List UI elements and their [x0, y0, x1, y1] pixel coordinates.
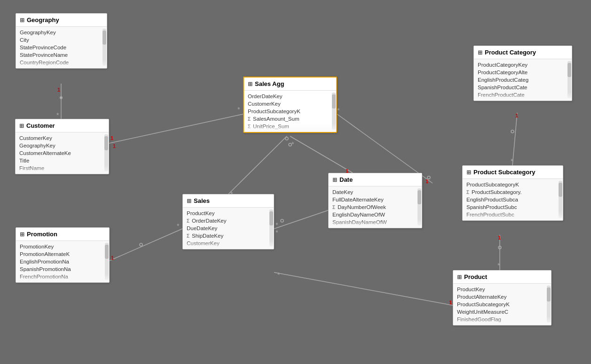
- field-name: PromotionAlternateK: [20, 251, 70, 257]
- field-row: WeightUnitMeasureC: [453, 308, 551, 316]
- scrollbar-thumb[interactable]: [567, 63, 571, 77]
- field-name: FullDateAlternateKey: [332, 197, 384, 202]
- field-name: SpanishPromotionNa: [20, 266, 71, 272]
- table-fade: [16, 165, 109, 174]
- field-row: CustomerAlternateKe: [16, 149, 109, 157]
- table-body-product: ProductKeyProductAlternateKeyProductSubc…: [453, 284, 551, 325]
- svg-line-4: [109, 114, 243, 143]
- field-row: EnglishDayNameOfW: [329, 211, 422, 218]
- table-fade: [16, 60, 107, 68]
- field-row: ProductSubcategoryK: [244, 108, 336, 115]
- table-card-customer[interactable]: ⊞CustomerCustomerKeyGeographyKeyCustomer…: [15, 119, 109, 174]
- table-label-sales_agg: Sales Agg: [255, 80, 284, 87]
- table-icon-customer: ⊞: [19, 123, 24, 129]
- svg-text:*: *: [277, 271, 280, 279]
- sigma-icon: Σ: [187, 218, 189, 224]
- svg-point-15: [285, 137, 288, 140]
- svg-text:*: *: [337, 107, 340, 114]
- field-name: OrderDateKey: [248, 93, 283, 99]
- svg-text:1: 1: [426, 178, 428, 184]
- scrollbar-thumb[interactable]: [332, 94, 336, 108]
- table-header-product: ⊞Product: [453, 271, 551, 284]
- scrollbar-thumb[interactable]: [559, 183, 562, 197]
- field-row: ProductSubcategoryK: [463, 181, 563, 188]
- scrollbar-thumb[interactable]: [418, 190, 421, 204]
- field-row: EnglishProductCateg: [474, 76, 572, 84]
- field-name: StateProvinceName: [20, 52, 68, 58]
- svg-text:*: *: [56, 111, 59, 119]
- table-body-customer: CustomerKeyGeographyKeyCustomerAlternate…: [16, 132, 109, 174]
- field-name: ProductAlternateKey: [457, 294, 506, 300]
- table-icon-promotion: ⊞: [20, 231, 24, 238]
- field-name: ProductSubcategoryK: [248, 108, 300, 114]
- field-name: WeightUnitMeasureC: [457, 309, 508, 315]
- table-fade: [463, 212, 563, 220]
- table-header-product_category: ⊞Product Category: [474, 46, 572, 59]
- svg-line-8: [110, 229, 182, 261]
- svg-line-37: [274, 272, 453, 305]
- svg-text:*: *: [177, 222, 180, 230]
- field-name: ShipDateKey: [192, 233, 223, 239]
- scrollbar-thumb[interactable]: [105, 245, 109, 259]
- field-name: SpanishProductSubc: [466, 204, 517, 210]
- svg-point-1: [60, 96, 63, 99]
- table-fade: [244, 124, 336, 132]
- table-icon-date: ⊞: [332, 177, 337, 183]
- scrollbar-thumb[interactable]: [104, 136, 108, 150]
- table-body-promotion: PromotionKeyPromotionAlternateKEnglishPr…: [16, 241, 109, 282]
- svg-point-28: [427, 176, 430, 179]
- svg-point-36: [498, 246, 501, 249]
- field-row: PromotionAlternateK: [16, 250, 109, 258]
- svg-line-29: [512, 113, 517, 165]
- field-row: ΣOrderDateKey: [183, 217, 274, 225]
- field-row: ProductCategoryKey: [474, 61, 572, 69]
- scrollbar-thumb[interactable]: [269, 211, 273, 225]
- svg-point-32: [511, 130, 514, 133]
- field-row: ΣProductSubcategory.: [463, 188, 563, 196]
- table-header-product_subcategory: ⊞Product Subcategory: [463, 166, 563, 179]
- table-header-customer: ⊞Customer: [16, 119, 109, 132]
- table-icon-sales_agg: ⊞: [248, 81, 252, 87]
- field-row: EnglishPromotionNa: [16, 258, 109, 265]
- table-card-sales[interactable]: ⊞SalesProductKeyΣOrderDateKeyDueDateKeyΣ…: [182, 194, 274, 249]
- field-row: ΣDayNumberOfWeek: [329, 203, 422, 211]
- field-row: City: [16, 36, 107, 44]
- field-row: SpanishProductSubc: [463, 203, 563, 211]
- field-name: PromotionKey: [20, 244, 54, 249]
- field-row: StateProvinceCode: [16, 44, 107, 51]
- field-name: Title: [19, 158, 29, 163]
- field-name: ProductKey: [187, 210, 214, 216]
- table-body-sales_agg: OrderDateKeyCustomerKeyProductSubcategor…: [244, 91, 336, 132]
- table-card-promotion[interactable]: ⊞PromotionPromotionKeyPromotionAlternate…: [16, 227, 110, 283]
- svg-line-16: [290, 136, 353, 173]
- table-card-product_category[interactable]: ⊞Product CategoryProductCategoryKeyProdu…: [473, 46, 572, 101]
- table-card-geography[interactable]: ⊞GeographyGeographyKeyCityStateProvinceC…: [16, 13, 107, 69]
- scrollbar-thumb[interactable]: [102, 31, 106, 45]
- table-card-product_subcategory[interactable]: ⊞Product SubcategoryProductSubcategoryKΣ…: [462, 165, 563, 221]
- field-name: ProductSubcategory.: [472, 189, 522, 195]
- svg-text:*: *: [237, 106, 240, 113]
- svg-text:1: 1: [498, 235, 501, 240]
- field-name: SpanishProductCate: [478, 85, 527, 90]
- field-row: CustomerKey: [16, 134, 109, 142]
- table-card-date[interactable]: ⊞DateDateKeyFullDateAlternateKeyΣDayNumb…: [328, 173, 422, 228]
- svg-text:*: *: [511, 157, 513, 165]
- table-fade: [183, 240, 274, 249]
- field-name: CustomerKey: [248, 101, 281, 107]
- field-name: StateProvinceCode: [20, 45, 66, 50]
- table-body-date: DateKeyFullDateAlternateKeyΣDayNumberOfW…: [329, 186, 422, 228]
- field-name: OrderDateKey: [192, 218, 227, 224]
- table-body-geography: GeographyKeyCityStateProvinceCodeStatePr…: [16, 27, 107, 68]
- table-label-product_subcategory: Product Subcategory: [473, 169, 535, 176]
- canvas: * 1 1 1 * 1 * * * * 1 * 1 * * 1: [0, 0, 591, 364]
- scrollbar-thumb[interactable]: [547, 287, 551, 302]
- field-name: GeographyKey: [20, 30, 56, 35]
- table-card-sales_agg[interactable]: ⊞Sales AggOrderDateKeyCustomerKeyProduct…: [243, 77, 337, 133]
- table-fade: [474, 92, 572, 101]
- field-row: GeographyKey: [16, 142, 109, 149]
- field-row: GeographyKey: [16, 29, 107, 36]
- table-header-sales_agg: ⊞Sales Agg: [244, 77, 336, 91]
- field-name: EnglishPromotionNa: [20, 259, 69, 264]
- field-row: OrderDateKey: [244, 93, 336, 100]
- table-card-product[interactable]: ⊞ProductProductKeyProductAlternateKeyPro…: [453, 270, 552, 325]
